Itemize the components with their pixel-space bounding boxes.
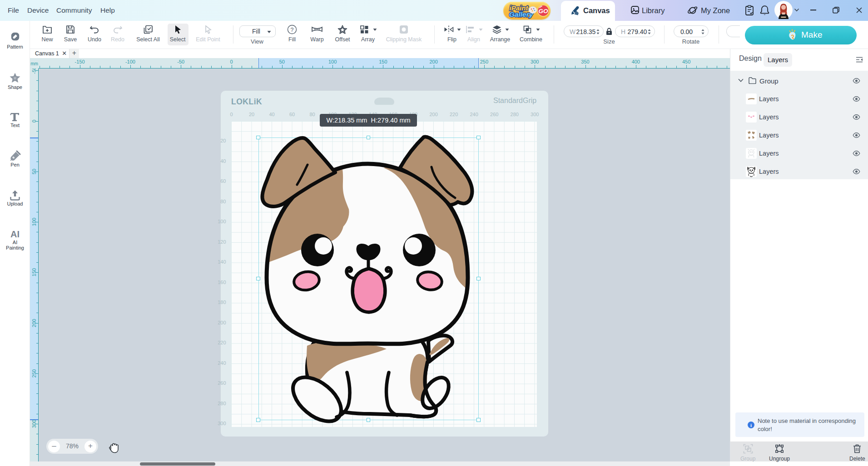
svg-text:?: ?: [291, 27, 294, 33]
svg-text:i: i: [750, 422, 752, 428]
svg-text:AI: AI: [10, 229, 20, 239]
